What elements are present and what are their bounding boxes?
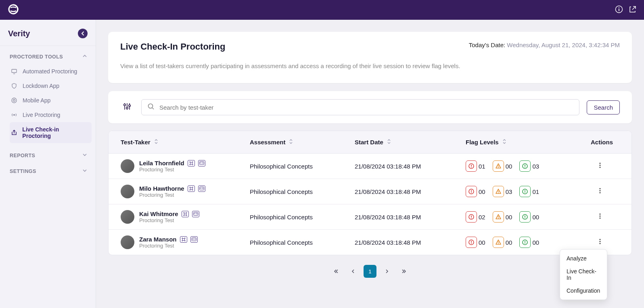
nav-section-label: SETTINGS [10,169,36,174]
taker-subtitle: Proctoring Test [139,243,198,249]
flag-red-icon [466,160,477,172]
sidebar-item-mobile-app[interactable]: Mobile App [10,93,92,108]
date-value: Wednesday, August 21, 2024, 3:42:34 PM [507,42,620,48]
collapse-sidebar-button[interactable] [78,29,88,38]
id-card-icon[interactable] [198,160,205,166]
flag-levels-cell: 00 00 00 [466,237,587,248]
th-start-date[interactable]: Start Date [355,139,466,146]
page-first-button[interactable] [330,265,343,278]
sidebar-title: Verity [8,29,30,38]
page-next-button[interactable] [381,265,393,278]
nav-section-proctored-tools[interactable]: PROCTORED TOOLS [10,53,92,60]
nav-section-label: REPORTS [10,153,35,158]
dropdown-item-analyze[interactable]: Analyze [560,252,607,265]
nav-label: Live Proctoring [23,112,60,118]
flag-red-icon [466,237,477,248]
svg-rect-30 [471,190,472,192]
mobile-icon [10,97,18,104]
th-label: Actions [591,139,613,146]
checkin-icon [10,129,17,136]
search-input[interactable] [159,104,573,111]
svg-rect-58 [471,241,472,243]
page-number-button[interactable]: 1 [364,265,376,278]
sort-icon [154,139,159,146]
fullscreen-icon[interactable] [180,236,187,243]
svg-point-52 [599,215,600,216]
th-test-taker[interactable]: Test-Taker [121,139,250,146]
row-actions-button[interactable] [595,160,605,172]
search-field[interactable] [141,99,579,115]
svg-rect-4 [12,69,17,73]
row-actions-button[interactable] [595,211,605,223]
sort-icon [502,139,507,146]
id-card-icon[interactable] [190,236,198,243]
svg-point-33 [498,192,499,193]
sort-icon [387,139,391,146]
id-card-icon[interactable] [192,211,199,217]
svg-rect-63 [525,241,526,243]
dropdown-item-live-checkin[interactable]: Live Check-In [560,265,607,284]
row-actions-button[interactable] [595,236,605,248]
id-card-icon[interactable] [198,185,205,192]
svg-rect-12 [190,162,192,164]
svg-point-38 [599,190,600,191]
th-flag-levels[interactable]: Flag Levels [466,139,587,146]
flag-red-value: 02 [479,214,485,221]
fullscreen-icon[interactable] [188,160,195,166]
svg-point-28 [200,188,201,189]
th-assessment[interactable]: Assessment [250,139,355,146]
sidebar-item-live-checkin-proctoring[interactable]: Live Check-in Proctoring [10,122,92,143]
sidebar-item-live-proctoring[interactable]: Live Proctoring [10,108,92,122]
info-icon[interactable] [615,5,623,15]
assessment-cell: Philosophical Concepts [250,163,355,170]
row-actions-button[interactable] [595,185,605,198]
svg-point-51 [599,213,600,214]
assessment-cell: Philosophical Concepts [250,214,355,221]
flag-orange-icon [493,160,504,172]
svg-point-17 [471,167,472,168]
nav-section-settings[interactable]: SETTINGS [10,168,92,175]
svg-point-22 [525,167,525,168]
sidebar-item-lockdown-app[interactable]: Lockdown App [10,79,92,93]
table-row: Leila Thornfield Proctoring Test Philoso… [109,154,631,179]
flag-levels-cell: 01 00 03 [466,160,587,172]
taker-name: Milo Hawthorne [139,185,184,192]
svg-point-66 [599,241,600,242]
svg-point-19 [498,167,499,168]
svg-point-8 [124,104,126,106]
fullscreen-icon[interactable] [188,185,195,192]
svg-rect-46 [498,216,498,218]
avatar [121,210,134,224]
flag-orange-value: 00 [506,214,512,221]
sort-icon [289,139,293,146]
chevron-down-icon [82,152,88,159]
svg-rect-26 [190,187,192,189]
avatar [121,185,134,198]
app-logo-icon[interactable] [7,3,19,17]
broadcast-icon [10,112,18,118]
table-row: Milo Hawthorne Proctoring Test Philosoph… [109,179,631,204]
svg-point-50 [525,218,525,219]
taker-name: Leila Thornfield [139,160,184,166]
page-last-button[interactable] [397,265,410,278]
sidebar-item-automated-proctoring[interactable]: Automated Proctoring [10,64,92,79]
svg-point-42 [194,213,195,214]
flag-orange-value: 03 [506,188,512,195]
nav-section-reports[interactable]: REPORTS [10,152,92,159]
flag-green-icon [519,237,531,248]
page-prev-button[interactable] [347,265,360,278]
main-content: Live Check-In Proctoring Today's Date: W… [96,20,644,308]
filter-icon[interactable] [120,100,134,114]
fullscreen-icon[interactable] [182,211,189,217]
dropdown-item-configuration[interactable]: Configuration [560,284,607,297]
external-link-icon[interactable] [629,5,637,15]
svg-point-11 [148,104,153,108]
search-button[interactable]: Search [587,100,620,114]
svg-point-6 [13,100,15,102]
flag-red-icon [466,186,477,197]
shield-icon [10,83,18,89]
svg-point-2 [619,7,619,8]
start-date-cell: 21/08/2024 03:18:48 PM [355,239,466,246]
avatar [121,159,134,173]
svg-rect-3 [619,8,619,11]
